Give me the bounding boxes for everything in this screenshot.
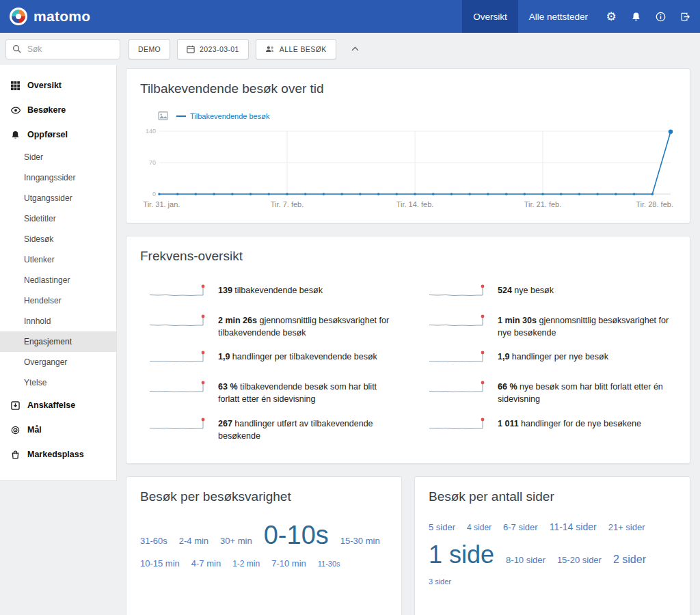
sidebar: OversiktBesøkereOppførselSiderInngangssi… [0,65,117,481]
sparkline-chart[interactable] [148,378,208,399]
sidebar-item-anskaffelse[interactable]: Anskaffelse [0,393,116,418]
sidebar-item-label: Engasjement [24,337,72,346]
frequency-column-new: 524 nye besøk1 min 30s gjennomsnittlig b… [428,282,676,451]
cloud-word-15-30-min[interactable]: 15-30 min [340,536,380,545]
sidebar-item-markedsplass[interactable]: Markedsplass [0,442,116,467]
cloud-word-6-7-sider[interactable]: 6-7 sider [503,523,538,532]
sidebar-item-m-l[interactable]: Mål [0,418,116,442]
stat-text: 63 % tilbakevendende besøk som har blitt… [218,378,396,405]
sparkline-chart[interactable] [148,312,208,333]
sidebar-item-inngangssider[interactable]: Inngangssider [0,167,116,188]
cloud-word-11-14-sider[interactable]: 11-14 sider [550,522,597,532]
sidebar-item-sidetitler[interactable]: Sidetitler [0,208,116,229]
info-icon[interactable] [648,0,673,33]
cloud-word-2-4-min[interactable]: 2-4 min [179,536,208,545]
frequency-card-title: Frekvens-oversikt [140,249,676,264]
acquisition-icon [11,401,21,410]
cloud-word-3-sider[interactable]: 3 sider [429,578,451,586]
sidebar-item-engasjement[interactable]: Engasjement [0,331,116,352]
sidebar-item-utgangssider[interactable]: Utgangssider [0,188,116,208]
brand-name: matomo [33,8,90,25]
chart-legend[interactable]: Tilbakevendende besøk [176,112,269,120]
sidebar-item-sides-k[interactable]: Sidesøk [0,229,116,249]
main-panel: Tilbakevendende besøk over tid Tilbakeve… [117,65,700,615]
stat-text: 524 nye besøk [498,282,554,297]
sidebar-item-innhold[interactable]: Innhold [0,311,116,331]
segment-selector-label: ALLE BESØK [280,45,327,53]
cloud-word-11-30s[interactable]: 11-30s [318,560,340,568]
sidebar-item-utlenker[interactable]: Utlenker [0,249,116,270]
sidebar-item-bes-kere[interactable]: Besøkere [0,98,116,122]
sidebar-item-nedlastinger[interactable]: Nedlastinger [0,270,116,290]
sidebar-item-label: Inngangssider [24,173,75,182]
cloud-word-1-2-min[interactable]: 1-2 min [232,560,260,568]
sparkline-chart[interactable] [428,348,488,369]
cloud-word-30-min[interactable]: 30+ min [220,536,252,545]
stat-value: 1,9 [218,352,230,361]
cloud-word-4-sider[interactable]: 4 sider [467,523,492,532]
sidebar-item-sider[interactable]: Sider [0,147,116,167]
date-range-button[interactable]: 2023-03-01 [177,39,249,59]
cloud-word-31-60s[interactable]: 31-60s [140,536,167,545]
cloud-word-0-10s[interactable]: 0-10s [264,522,329,548]
stat-text: 267 handlinger utført av tilbakevendende… [218,415,396,442]
sidebar-item-label: Innhold [24,316,51,326]
cloud-word-21-sider[interactable]: 21+ sider [608,523,645,532]
sidebar-item-label: Anskaffelse [27,400,75,410]
cloud-word-7-10-min[interactable]: 7-10 min [271,559,306,568]
evolution-line-chart[interactable]: 140700 [140,124,676,198]
calendar-icon [187,45,195,53]
frequency-stat-row: 66 % nye besøk som har blitt forlatt ett… [428,378,676,405]
sidebar-item-label: Overganger [24,357,67,367]
cloud-word-5-sider[interactable]: 5 sider [429,523,455,532]
sparkline-chart[interactable] [428,415,488,436]
sparkline-chart[interactable] [428,282,488,303]
sparkline-chart[interactable] [148,282,208,303]
sparkline-chart[interactable] [148,415,208,436]
x-axis-label: Tir. 21. feb. [524,200,562,208]
notifications-bell-icon[interactable] [623,0,648,33]
collapse-header-button[interactable] [347,41,364,57]
goals-icon [11,426,21,435]
evolution-card-title: Tilbakevendende besøk over tid [140,81,676,96]
cloud-word-4-7-min[interactable]: 4-7 min [191,559,221,568]
sidebar-item-oversikt[interactable]: Oversikt [0,73,116,98]
cloud-word-2-sider[interactable]: 2 sider [613,554,646,565]
cloud-word-8-10-sider[interactable]: 8-10 sider [506,556,546,564]
search-box[interactable] [5,39,120,59]
cloud-word-1-side[interactable]: 1 side [429,543,494,567]
sidebar-item-label: Sidetitler [24,214,56,223]
sidebar-item-oppf-rsel[interactable]: Oppførsel [0,122,116,147]
site-selector-button[interactable]: DEMO [129,39,170,59]
sidebar-item-overganger[interactable]: Overganger [0,352,116,372]
x-axis-label: Tir. 7. feb. [271,200,304,208]
segment-selector-button[interactable]: ALLE BESØK [256,39,336,59]
logout-icon[interactable] [673,0,697,33]
stat-value: 66 % [498,382,517,392]
nav-tab-alle-nettsteder[interactable]: Alle nettsteder [518,0,599,33]
sidebar-item-label: Utgangssider [24,193,72,203]
sparkline-chart[interactable] [148,348,208,369]
legend-swatch [176,115,186,117]
cloud-word-15-20-sider[interactable]: 15-20 sider [557,556,602,564]
frequency-grid: 139 tilbakevendende besøk2 min 26s gjenn… [140,264,676,456]
stat-text: 1,9 handlinger per nye besøk [498,348,608,363]
matomo-brand[interactable]: matomo [10,8,90,25]
sidebar-item-label: Utlenker [24,255,55,264]
sidebar-item-ytelse[interactable]: Ytelse [0,372,116,393]
stat-value: 2 min 26s [218,316,257,325]
search-input[interactable] [26,44,113,55]
stat-text: 1 011 handlinger for de nye besøkene [498,415,641,430]
visit-duration-card: Besøk per besøksvarighet 31-60s2-4 min30… [126,476,402,615]
nav-tab-oversikt[interactable]: Oversikt [462,0,518,33]
stat-text: 1,9 handlinger per tilbakevendende besøk [218,348,377,363]
x-axis-label: Tir. 14. feb. [396,200,434,208]
visit-duration-card-title: Besøk per besøksvarighet [140,489,388,504]
sparkline-chart[interactable] [428,312,488,333]
settings-gear-icon[interactable]: ⚙ [599,0,623,33]
cloud-word-10-15-min[interactable]: 10-15 min [140,559,180,568]
sidebar-item-hendelser[interactable]: Hendelser [0,290,116,311]
search-icon [12,44,21,53]
sparkline-chart[interactable] [428,378,488,399]
export-image-icon[interactable] [158,111,168,120]
